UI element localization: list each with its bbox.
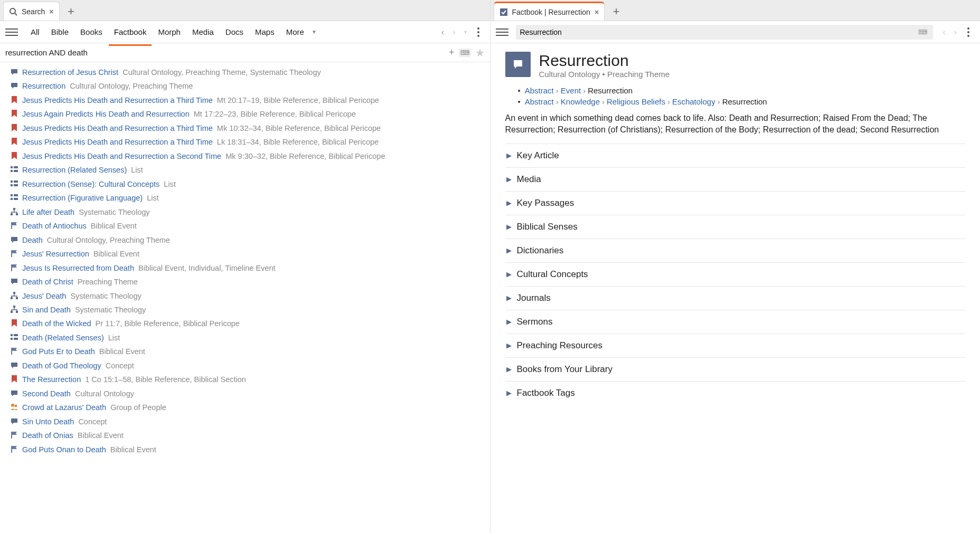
breadcrumb-link[interactable]: Knowledge (561, 97, 600, 106)
result-title[interactable]: Death (Related Senses) (22, 334, 104, 342)
section-books-from-your-library[interactable]: ▶Books from Your Library (505, 357, 966, 381)
factbook-input[interactable] (520, 28, 917, 36)
section-journals[interactable]: ▶Journals (505, 286, 966, 310)
breadcrumb-link[interactable]: Abstract (525, 97, 554, 106)
result-row[interactable]: Jesus Predicts His Death and Resurrectio… (10, 93, 490, 107)
result-row[interactable]: Death of Antiochus Biblical Event (10, 219, 490, 233)
result-title[interactable]: Resurrection (22, 82, 65, 90)
hamburger-icon[interactable] (496, 26, 508, 39)
result-row[interactable]: Sin and Death Systematic Theology (10, 303, 490, 317)
result-row[interactable]: Resurrection Cultural Ontology, Preachin… (10, 79, 490, 93)
result-title[interactable]: Jesus' Resurrection (22, 250, 89, 258)
tab-search[interactable]: Search × (3, 2, 60, 21)
close-icon[interactable]: × (595, 8, 599, 16)
search-query-text[interactable]: resurrection AND death (5, 48, 445, 57)
result-row[interactable]: Resurrection (Related Senses) List (10, 163, 490, 177)
toolbar-item-all[interactable]: All (25, 24, 45, 40)
result-title[interactable]: Jesus' Death (22, 292, 66, 300)
section-sermons[interactable]: ▶Sermons (505, 310, 966, 334)
result-row[interactable]: Jesus' Death Systematic Theology (10, 289, 490, 303)
result-row[interactable]: God Puts Er to Death Biblical Event (10, 345, 490, 358)
result-row[interactable]: Resurrection (Figurative Language) List (10, 191, 490, 205)
result-row[interactable]: Crowd at Lazarus' Death Group of People (10, 401, 490, 414)
result-row[interactable]: Sin Unto Death Concept (10, 415, 490, 429)
result-row[interactable]: The Resurrection 1 Co 15:1–58, Bible Ref… (10, 373, 490, 386)
toolbar-item-docs[interactable]: Docs (220, 24, 249, 40)
nav-history-dropdown[interactable]: ▾ (461, 27, 470, 37)
result-title[interactable]: Sin Unto Death (22, 417, 74, 426)
section-key-passages[interactable]: ▶Key Passages (505, 191, 966, 215)
result-title[interactable]: Jesus Predicts His Death and Resurrectio… (22, 152, 221, 160)
add-icon[interactable]: + (449, 47, 455, 58)
favorite-star-icon[interactable]: ★ (475, 46, 485, 59)
new-tab-button[interactable]: + (607, 3, 626, 21)
toolbar-item-morph[interactable]: Morph (153, 24, 186, 40)
close-icon[interactable]: × (49, 7, 53, 16)
breadcrumb-link[interactable]: Religious Beliefs (607, 97, 665, 106)
result-title[interactable]: Resurrection (Related Senses) (22, 166, 127, 174)
result-row[interactable]: Resurrection of Jesus Christ Cultural On… (10, 65, 490, 79)
section-key-article[interactable]: ▶Key Article (505, 144, 966, 167)
section-preaching-resources[interactable]: ▶Preaching Resources (505, 334, 966, 357)
chevron-down-icon[interactable]: ▼ (312, 29, 317, 35)
result-row[interactable]: Jesus Predicts His Death and Resurrectio… (10, 149, 490, 163)
section-dictionaries[interactable]: ▶Dictionaries (505, 239, 966, 262)
keyboard-icon[interactable]: ⌨ (917, 28, 929, 36)
toolbar-item-books[interactable]: Books (75, 24, 108, 40)
result-title[interactable]: Death (22, 236, 43, 244)
result-title[interactable]: Jesus Predicts His Death and Resurrectio… (22, 96, 213, 104)
nav-back[interactable]: ‹ (438, 25, 447, 39)
result-row[interactable]: Death of Onias Biblical Event (10, 429, 490, 442)
toolbar-item-media[interactable]: Media (187, 24, 219, 40)
result-row[interactable]: Jesus Is Resurrected from Death Biblical… (10, 261, 490, 275)
keyboard-icon[interactable]: ⌨ (459, 49, 471, 57)
kebab-menu[interactable] (472, 26, 485, 39)
result-row[interactable]: Death (Related Senses) List (10, 331, 490, 345)
result-title[interactable]: Life after Death (22, 208, 74, 216)
result-title[interactable]: Death of the Wicked (22, 319, 91, 328)
result-title[interactable]: Death of Christ (22, 278, 73, 286)
hamburger-icon[interactable] (5, 26, 18, 39)
breadcrumb-link[interactable]: Eschatology (672, 97, 715, 106)
nav-forward[interactable]: › (449, 25, 458, 39)
toolbar-item-maps[interactable]: Maps (250, 24, 280, 40)
result-title[interactable]: Resurrection (Figurative Language) (22, 194, 143, 202)
result-title[interactable]: Resurrection (Sense): Cultural Concepts (22, 180, 159, 188)
section-cultural-concepts[interactable]: ▶Cultural Concepts (505, 262, 966, 286)
result-row[interactable]: Resurrection (Sense): Cultural Concepts … (10, 177, 490, 191)
result-title[interactable]: God Puts Er to Death (22, 347, 95, 356)
result-title[interactable]: God Puts Onan to Death (22, 445, 106, 454)
result-title[interactable]: Resurrection of Jesus Christ (22, 68, 118, 77)
tab-factbook[interactable]: Factbook | Resurrection × (494, 2, 605, 21)
breadcrumb-link[interactable]: Event (561, 86, 581, 95)
new-tab-button[interactable]: + (62, 3, 81, 21)
result-title[interactable]: Jesus Predicts His Death and Resurrectio… (22, 124, 213, 132)
result-row[interactable]: Second Death Cultural Ontology (10, 387, 490, 401)
toolbar-item-bible[interactable]: Bible (46, 24, 74, 40)
toolbar-item-more[interactable]: More (281, 24, 309, 40)
nav-back[interactable]: ‹ (939, 25, 948, 39)
result-title[interactable]: Death of Antiochus (22, 222, 87, 230)
result-title[interactable]: The Resurrection (22, 375, 81, 384)
result-row[interactable]: Jesus Predicts His Death and Resurrectio… (10, 135, 490, 149)
result-title[interactable]: Jesus Is Resurrected from Death (22, 264, 134, 272)
section-media[interactable]: ▶Media (505, 167, 966, 191)
result-row[interactable]: Jesus Again Predicts His Death and Resur… (10, 107, 490, 121)
result-row[interactable]: Death of the Wicked Pr 11:7, Bible Refer… (10, 317, 490, 330)
breadcrumb-link[interactable]: Abstract (525, 86, 554, 95)
result-title[interactable]: Death of Onias (22, 431, 73, 440)
result-row[interactable]: Death of Christ Preaching Theme (10, 275, 490, 289)
result-row[interactable]: Death of God Theology Concept (10, 359, 490, 373)
result-title[interactable]: Jesus Again Predicts His Death and Resur… (22, 110, 190, 118)
result-row[interactable]: Jesus Predicts His Death and Resurrectio… (10, 121, 490, 135)
nav-forward[interactable]: › (951, 25, 960, 39)
toolbar-item-factbook[interactable]: Factbook (109, 24, 152, 46)
result-title[interactable]: Jesus Predicts His Death and Resurrectio… (22, 138, 213, 146)
result-row[interactable]: Death Cultural Ontology, Preaching Theme (10, 233, 490, 247)
section-biblical-senses[interactable]: ▶Biblical Senses (505, 215, 966, 239)
result-title[interactable]: Sin and Death (22, 306, 71, 314)
result-title[interactable]: Second Death (22, 389, 71, 398)
result-row[interactable]: Life after Death Systematic Theology (10, 205, 490, 219)
result-title[interactable]: Crowd at Lazarus' Death (22, 403, 106, 412)
kebab-menu[interactable] (962, 26, 975, 39)
